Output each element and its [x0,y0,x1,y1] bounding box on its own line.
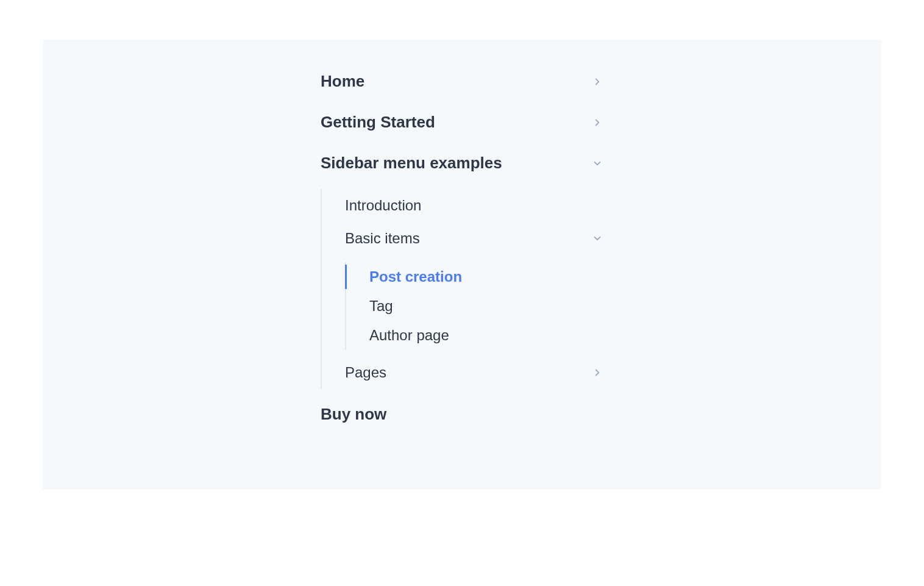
subsubmenu-item-author-page[interactable]: Author page [346,321,603,350]
chevron-right-icon [591,116,603,129]
subsubmenu-item-label: Tag [369,298,393,315]
sidebar-menu: Home Getting Started Sidebar menu exampl… [321,61,603,462]
submenu-item-label: Basic items [345,230,420,247]
submenu-item-introduction[interactable]: Introduction [322,189,603,222]
submenu-item-label: Pages [345,364,386,381]
subsubmenu-item-label: Author page [369,327,449,344]
subsubmenu-item-tag[interactable]: Tag [346,291,603,321]
submenu-sidebar-examples: Introduction Basic items Post creation T… [321,189,603,389]
subsubmenu-item-label: Post creation [369,268,462,285]
submenu-item-pages[interactable]: Pages [322,356,603,389]
chevron-right-icon [591,366,603,379]
subsubmenu-basic-items: Post creation Tag Author page [345,262,603,350]
menu-item-label: Buy now [321,405,386,424]
sidebar-menu-container: Home Getting Started Sidebar menu exampl… [43,40,881,490]
subsubmenu-item-post-creation[interactable]: Post creation [346,262,603,291]
submenu-item-label: Introduction [345,197,421,214]
chevron-down-icon [591,157,603,170]
menu-item-buy-now[interactable]: Buy now [321,394,603,435]
chevron-right-icon [591,76,603,88]
chevron-down-icon [591,232,603,245]
menu-item-label: Sidebar menu examples [321,154,502,173]
menu-item-getting-started[interactable]: Getting Started [321,102,603,143]
submenu-item-basic-items[interactable]: Basic items [322,222,603,255]
menu-item-home[interactable]: Home [321,61,603,102]
menu-item-sidebar-examples[interactable]: Sidebar menu examples [321,143,603,184]
menu-item-label: Getting Started [321,113,435,132]
menu-item-label: Home [321,72,364,91]
